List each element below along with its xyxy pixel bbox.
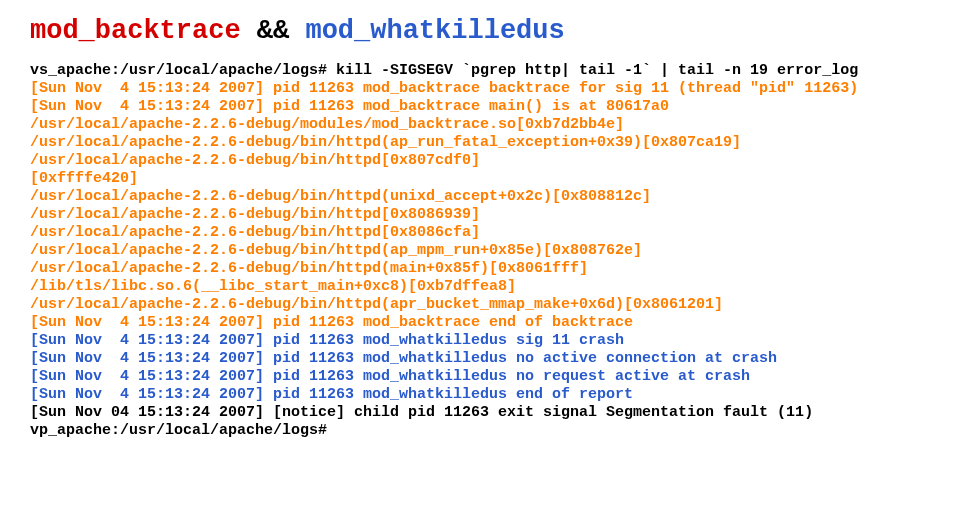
log-line: [0xffffe420] — [30, 170, 930, 188]
log-line: [Sun Nov 4 15:13:24 2007] pid 11263 mod_… — [30, 386, 930, 404]
title-connector: && — [241, 16, 306, 46]
log-line: [Sun Nov 4 15:13:24 2007] pid 11263 mod_… — [30, 98, 930, 116]
log-output: vs_apache:/usr/local/apache/logs# kill -… — [30, 62, 930, 440]
log-line: [Sun Nov 04 15:13:24 2007] [notice] chil… — [30, 404, 930, 422]
log-line: [Sun Nov 4 15:13:24 2007] pid 11263 mod_… — [30, 80, 930, 98]
log-line: /usr/local/apache-2.2.6-debug/bin/httpd[… — [30, 206, 930, 224]
log-line: /usr/local/apache-2.2.6-debug/bin/httpd[… — [30, 224, 930, 242]
log-line: /usr/local/apache-2.2.6-debug/modules/mo… — [30, 116, 930, 134]
log-line: /usr/local/apache-2.2.6-debug/bin/httpd(… — [30, 296, 930, 314]
page-title: mod_backtrace && mod_whatkilledus — [30, 15, 930, 47]
log-line: /usr/local/apache-2.2.6-debug/bin/httpd(… — [30, 134, 930, 152]
log-line: /usr/local/apache-2.2.6-debug/bin/httpd(… — [30, 242, 930, 260]
log-line: [Sun Nov 4 15:13:24 2007] pid 11263 mod_… — [30, 314, 930, 332]
title-part1: mod_backtrace — [30, 16, 241, 46]
log-line: vs_apache:/usr/local/apache/logs# kill -… — [30, 62, 930, 80]
log-line: /usr/local/apache-2.2.6-debug/bin/httpd(… — [30, 260, 930, 278]
log-line: vp_apache:/usr/local/apache/logs# — [30, 422, 930, 440]
log-line: [Sun Nov 4 15:13:24 2007] pid 11263 mod_… — [30, 332, 930, 350]
log-line: /usr/local/apache-2.2.6-debug/bin/httpd[… — [30, 152, 930, 170]
title-part2: mod_whatkilledus — [305, 16, 564, 46]
log-line: [Sun Nov 4 15:13:24 2007] pid 11263 mod_… — [30, 350, 930, 368]
log-line: /lib/tls/libc.so.6(__libc_start_main+0xc… — [30, 278, 930, 296]
log-line: /usr/local/apache-2.2.6-debug/bin/httpd(… — [30, 188, 930, 206]
log-line: [Sun Nov 4 15:13:24 2007] pid 11263 mod_… — [30, 368, 930, 386]
